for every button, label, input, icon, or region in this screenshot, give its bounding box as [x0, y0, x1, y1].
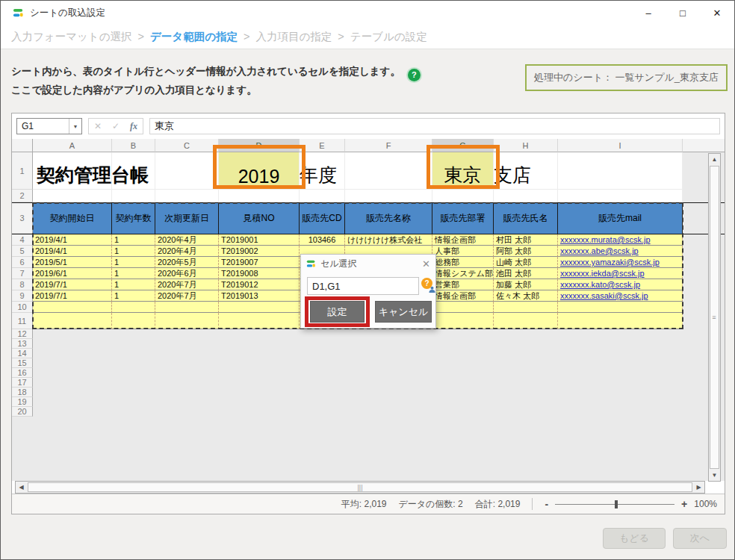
- cell-D5[interactable]: T2019002: [219, 246, 300, 257]
- row-header-13[interactable]: 13: [12, 339, 33, 349]
- cell-range-15[interactable]: [33, 358, 725, 368]
- row-header-19[interactable]: 19: [12, 397, 33, 407]
- row-header-15[interactable]: 15: [12, 358, 33, 368]
- cell-A6[interactable]: 2019/5/1: [33, 257, 112, 268]
- cell-C2[interactable]: [155, 190, 219, 202]
- cancel-entry-icon[interactable]: ✕: [89, 121, 107, 131]
- cell-D7[interactable]: T2019008: [219, 268, 300, 279]
- cell-A11[interactable]: [33, 313, 112, 329]
- scroll-right-icon[interactable]: ▶: [693, 482, 704, 493]
- cell-B6[interactable]: 1: [112, 257, 155, 268]
- row-header-4[interactable]: 4: [12, 234, 33, 246]
- row-header-3[interactable]: 3: [12, 203, 33, 234]
- cell-G11[interactable]: [432, 313, 494, 329]
- back-button[interactable]: もどる: [603, 528, 666, 549]
- cell-G10[interactable]: [432, 302, 494, 313]
- cell-H3[interactable]: 販売先氏名: [494, 203, 558, 234]
- cell-D8[interactable]: T2019012: [219, 279, 300, 290]
- vertical-scrollbar[interactable]: ▲ ≡ ▼: [708, 153, 721, 482]
- cell-A8[interactable]: 2019/7/1: [33, 279, 112, 290]
- cell-B4[interactable]: 1: [112, 234, 155, 246]
- cell-G3[interactable]: 販売先部署: [432, 203, 494, 234]
- cell-B8[interactable]: 1: [112, 279, 155, 290]
- cell-A7[interactable]: 2019/6/1: [33, 268, 112, 279]
- cell-C1[interactable]: [155, 152, 219, 190]
- cell-D4[interactable]: T2019001: [219, 234, 300, 246]
- select-all-corner[interactable]: [12, 139, 33, 152]
- insert-function-icon[interactable]: fx: [125, 121, 143, 132]
- cell-H2[interactable]: [494, 190, 558, 202]
- row-header-9[interactable]: 9: [12, 290, 33, 302]
- cell-B5[interactable]: 1: [112, 246, 155, 257]
- cell-ref-input[interactable]: [307, 277, 419, 295]
- row-header-7[interactable]: 7: [12, 268, 33, 279]
- cell-F3[interactable]: 販売先名称: [345, 203, 432, 234]
- breadcrumb-step-table[interactable]: テーブルの設定: [350, 30, 427, 44]
- cell-C10[interactable]: [155, 302, 219, 313]
- cell-I6[interactable]: xxxxxxx.yamazaki@scsk.jp: [558, 257, 683, 268]
- cell-G1[interactable]: 東京: [432, 152, 494, 190]
- cell-I1[interactable]: [558, 152, 683, 190]
- cell-H7[interactable]: 池田 太郎: [494, 268, 558, 279]
- cell-D9[interactable]: T2019013: [219, 290, 300, 302]
- cell-H6[interactable]: 山崎 太郎: [494, 257, 558, 268]
- name-box[interactable]: G1 ▼: [16, 118, 82, 134]
- row-header-12[interactable]: 12: [12, 329, 33, 339]
- cell-D10[interactable]: [219, 302, 300, 313]
- confirm-entry-icon[interactable]: ✓: [107, 121, 125, 131]
- cell-range-13[interactable]: [33, 339, 725, 349]
- cell-C8[interactable]: 2020年7月: [155, 279, 219, 290]
- vertical-scrollbar-thumb[interactable]: ≡: [710, 166, 719, 469]
- cell-A3[interactable]: 契約開始日: [33, 203, 112, 234]
- cell-B7[interactable]: 1: [112, 268, 155, 279]
- dialog-cancel-button[interactable]: キャンセル: [375, 301, 432, 323]
- row-header-6[interactable]: 6: [12, 257, 33, 268]
- cell-range-20[interactable]: [33, 407, 725, 417]
- cell-H8[interactable]: 加藤 太郎: [494, 279, 558, 290]
- cell-B10[interactable]: [112, 302, 155, 313]
- cell-B9[interactable]: 1: [112, 290, 155, 302]
- row-header-18[interactable]: 18: [12, 388, 33, 397]
- cell-H1[interactable]: 支店: [494, 152, 558, 190]
- maximize-button[interactable]: □: [666, 1, 700, 25]
- cell-E2[interactable]: [300, 190, 345, 202]
- scroll-down-icon[interactable]: ▼: [709, 470, 720, 481]
- column-header-I[interactable]: I: [558, 139, 683, 152]
- cell-G5[interactable]: 人事部: [432, 246, 494, 257]
- cell-B11[interactable]: [112, 313, 155, 329]
- cell-D1[interactable]: 2019: [219, 152, 300, 190]
- scroll-up-icon[interactable]: ▲: [709, 154, 720, 165]
- breadcrumb-step-range[interactable]: データ範囲の指定: [150, 30, 238, 44]
- cell-C7[interactable]: 2020年6月: [155, 268, 219, 279]
- row-header-20[interactable]: 20: [12, 407, 33, 417]
- column-header-D[interactable]: D: [219, 139, 300, 152]
- zoom-slider[interactable]: [555, 504, 674, 505]
- cell-E3[interactable]: 販売先CD: [300, 203, 345, 234]
- cell-D3[interactable]: 見積NO: [219, 203, 300, 234]
- row-header-10[interactable]: 10: [12, 302, 33, 313]
- cell-A5[interactable]: 2019/4/1: [33, 246, 112, 257]
- cell-E4[interactable]: 103466: [300, 234, 345, 246]
- cell-I11[interactable]: [558, 313, 683, 329]
- cell-I3[interactable]: 販売先mail: [558, 203, 683, 234]
- horizontal-scrollbar-thumb[interactable]: |||: [28, 482, 692, 492]
- row-header-2[interactable]: 2: [12, 190, 33, 202]
- cell-I8[interactable]: xxxxxxx.kato@scsk.jp: [558, 279, 683, 290]
- column-header-B[interactable]: B: [112, 139, 155, 152]
- cell-range-12[interactable]: [33, 329, 725, 339]
- cell-H4[interactable]: 村田 太郎: [494, 234, 558, 246]
- zoom-out-button[interactable]: -: [545, 498, 548, 510]
- cell-A1[interactable]: 契約管理台帳: [33, 152, 112, 190]
- horizontal-scrollbar[interactable]: ◀ ||| ▶: [15, 481, 705, 494]
- column-header-C[interactable]: C: [155, 139, 219, 152]
- cell-D6[interactable]: T2019007: [219, 257, 300, 268]
- row-header-1[interactable]: 1: [12, 152, 33, 190]
- dialog-help-icon[interactable]: ?: [421, 278, 432, 289]
- close-button[interactable]: ✕: [700, 1, 734, 25]
- row-header-5[interactable]: 5: [12, 246, 33, 257]
- cell-range-14[interactable]: [33, 349, 725, 358]
- next-button[interactable]: 次へ: [673, 528, 727, 549]
- cell-F1[interactable]: [345, 152, 432, 190]
- row-header-14[interactable]: 14: [12, 349, 33, 358]
- cell-G6[interactable]: 総務部: [432, 257, 494, 268]
